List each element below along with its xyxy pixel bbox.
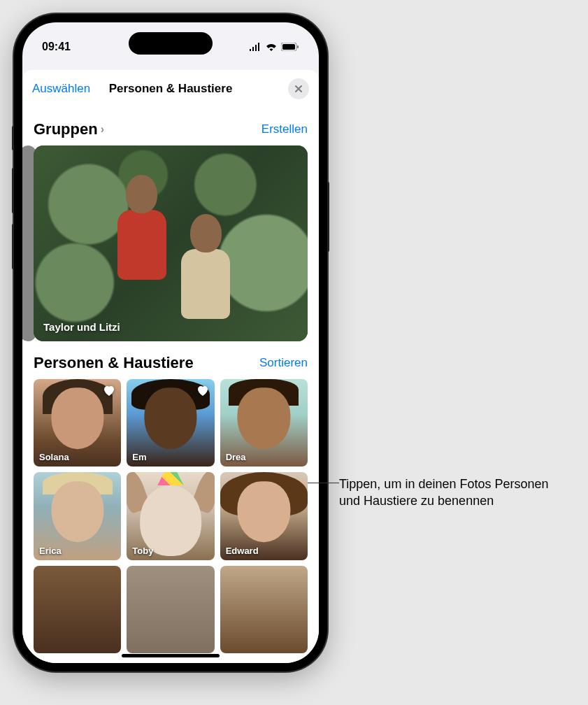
person-tile-solana[interactable]: Solana [34, 379, 121, 467]
person-tile[interactable] [34, 566, 121, 653]
person-tile[interactable] [220, 566, 308, 653]
close-icon [294, 85, 303, 93]
svg-rect-1 [282, 44, 295, 50]
phone-volume-down [12, 224, 14, 269]
favorite-icon [101, 383, 117, 399]
page-title: Personen & Haustiere [109, 82, 233, 96]
group-image [34, 145, 308, 341]
people-title: Personen & Haustiere [34, 354, 194, 372]
person-tile[interactable] [127, 566, 214, 653]
phone-frame: 09:41 Auswählen Personen & Haustiere [14, 14, 327, 671]
person-name: Drea [226, 452, 246, 462]
nav-bar: Auswählen Personen & Haustiere [22, 70, 319, 108]
sort-button[interactable]: Sortieren [259, 356, 308, 370]
battery-icon [281, 43, 299, 51]
person-name: Erica [39, 546, 62, 556]
groups-title[interactable]: Gruppen › [34, 120, 104, 138]
groups-section-header: Gruppen › Erstellen [34, 120, 308, 138]
groups-title-label: Gruppen [34, 120, 98, 138]
person-tile-drea[interactable]: Drea [220, 379, 308, 467]
callout-line [308, 483, 339, 483]
chevron-right-icon: › [101, 123, 104, 136]
phone-side-button [12, 126, 14, 150]
callout-annotation: Tippen, um in deinen Fotos Personen und … [339, 476, 570, 510]
person-name: Toby [132, 546, 153, 556]
status-time: 09:41 [42, 41, 71, 53]
person-name: Solana [39, 452, 69, 462]
dynamic-island [129, 32, 213, 55]
callout-text: Tippen, um in deinen Fotos Personen und … [339, 476, 570, 510]
person-tile-edward[interactable]: Edward [220, 472, 308, 560]
phone-volume-up [12, 168, 14, 213]
person-tile-toby[interactable]: Toby [127, 472, 214, 560]
person-name: Em [132, 452, 146, 462]
close-button[interactable] [288, 78, 309, 99]
modal-sheet: Auswählen Personen & Haustiere Gruppen ›… [22, 70, 319, 663]
phone-power-button [327, 182, 329, 252]
person-name: Edward [226, 546, 259, 556]
phone-screen: 09:41 Auswählen Personen & Haustiere [22, 22, 319, 663]
select-button[interactable]: Auswählen [32, 82, 90, 96]
wifi-icon [265, 43, 278, 51]
people-section-header: Personen & Haustiere Sortieren [34, 354, 308, 372]
people-grid: Solana Em Drea [34, 379, 308, 653]
svg-rect-2 [297, 45, 299, 48]
person-tile-em[interactable]: Em [127, 379, 214, 467]
create-group-button[interactable]: Erstellen [261, 122, 308, 136]
person-tile-erica[interactable]: Erica [34, 472, 121, 560]
home-indicator[interactable] [122, 654, 220, 657]
group-card[interactable]: Taylor und Litzi [34, 145, 308, 341]
favorite-icon [195, 383, 210, 399]
group-card-label: Taylor und Litzi [43, 321, 120, 333]
cellular-signal-icon [249, 43, 261, 51]
